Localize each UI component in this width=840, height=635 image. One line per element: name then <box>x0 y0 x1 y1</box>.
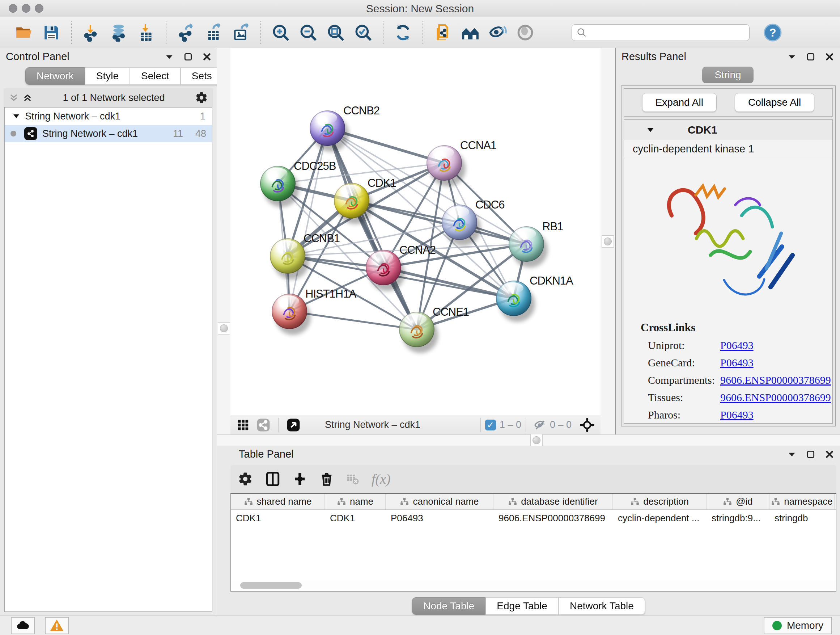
column-header-description[interactable]: description <box>613 494 706 509</box>
right-splitter[interactable] <box>600 48 615 434</box>
import-network-database-button[interactable] <box>109 22 129 43</box>
column-header-shared-name[interactable]: shared name <box>231 494 325 509</box>
home-button[interactable] <box>460 22 480 43</box>
clone-network-button[interactable] <box>433 22 453 43</box>
table-row[interactable]: CDK1CDK1P064939606.ENSP00000378699cyclin… <box>231 510 836 526</box>
close-panel-icon[interactable] <box>825 52 834 62</box>
import-table-button[interactable] <box>136 22 156 43</box>
edge-ccnb2-ccna1[interactable] <box>327 128 444 163</box>
column-header-canonical-name[interactable]: canonical name <box>386 494 493 509</box>
birdseye-view-icon[interactable] <box>579 417 595 432</box>
svg-text:?: ? <box>769 27 776 39</box>
refresh-network-button[interactable] <box>393 22 413 43</box>
network-options-gear-icon[interactable] <box>195 91 208 104</box>
maximize-panel-icon[interactable] <box>806 450 815 459</box>
network-node-ccnb2[interactable] <box>309 111 345 146</box>
expand-all-button[interactable]: Expand All <box>642 93 717 112</box>
network-node-cdkn1a[interactable] <box>496 280 531 316</box>
network-share-view-icon[interactable] <box>256 418 270 432</box>
crosslink-link[interactable]: P06493 <box>720 409 753 421</box>
tab-select[interactable]: Select <box>130 67 180 85</box>
tab-string[interactable]: String <box>702 67 753 83</box>
zoom-selected-button[interactable] <box>353 22 373 43</box>
hidden-eye-icon[interactable] <box>534 419 546 431</box>
column-header-namespace[interactable]: namespace <box>769 494 835 509</box>
show-hide-graphics-details-button[interactable] <box>488 22 508 43</box>
crosslink-link[interactable]: 9606.ENSP00000378699 <box>720 374 831 386</box>
horizontal-splitter-handle[interactable] <box>531 434 543 447</box>
tab-style[interactable]: Style <box>85 67 130 85</box>
network-canvas[interactable]: CCNB2CCNA1CDC25BCDK1CDC6RB1CCNB1CCNA2CDK… <box>231 48 600 415</box>
scrollbar-thumb[interactable] <box>240 582 302 589</box>
open-in-new-window-icon[interactable] <box>286 418 300 432</box>
memory-button[interactable]: Memory <box>764 617 832 634</box>
close-panel-icon[interactable] <box>202 52 212 62</box>
column-header-name[interactable]: name <box>325 494 386 509</box>
table-options-gear-icon[interactable] <box>238 471 253 486</box>
edge-ccnb2-hist1h1a[interactable] <box>289 128 327 311</box>
string-results-box: Expand All Collapse All CDK1 cyclin-depe… <box>621 86 836 426</box>
open-session-button[interactable] <box>14 22 34 43</box>
tab-network[interactable]: Network <box>25 67 85 85</box>
crosslink-link[interactable]: P06493 <box>720 339 753 352</box>
export-table-button[interactable] <box>203 22 224 43</box>
collection-expand-arrow-icon[interactable] <box>12 112 21 120</box>
network-collection-row[interactable]: String Network – cdk1 1 <box>5 108 212 125</box>
network-node-cdk1[interactable] <box>334 183 369 218</box>
crosslink-link[interactable]: 9606.ENSP00000378699 <box>720 391 831 404</box>
collapse-all-icon[interactable] <box>9 93 19 103</box>
save-session-button[interactable] <box>41 22 62 43</box>
delete-column-icon[interactable] <box>319 472 334 486</box>
gene-collapse-arrow-icon[interactable] <box>646 125 655 135</box>
tab-edge-table[interactable]: Edge Table <box>485 597 559 615</box>
zoom-in-button[interactable] <box>271 22 291 43</box>
edge-hist1h1a-ccne1[interactable] <box>289 311 417 329</box>
network-node-ccna2[interactable] <box>366 250 401 285</box>
float-panel-icon[interactable] <box>164 52 174 62</box>
function-builder-icon[interactable]: f(x) <box>371 471 391 487</box>
expand-all-icon[interactable] <box>22 93 33 103</box>
float-panel-icon[interactable] <box>787 52 797 62</box>
tab-node-table[interactable]: Node Table <box>412 597 485 615</box>
close-panel-icon[interactable] <box>825 450 834 459</box>
maximize-panel-icon[interactable] <box>806 52 815 62</box>
network-node-ccnb1[interactable] <box>270 238 305 274</box>
table-tabs: Node TableEdge TableNetwork Table <box>412 597 645 615</box>
warnings-button[interactable] <box>45 617 69 634</box>
network-node-ccna1[interactable] <box>426 145 462 181</box>
selected-checkbox-icon[interactable]: ✓ <box>485 420 496 431</box>
left-splitter[interactable] <box>217 48 231 434</box>
collapse-all-button[interactable]: Collapse All <box>735 93 814 112</box>
delete-table-icon[interactable] <box>346 472 359 486</box>
network-row[interactable]: String Network – cdk1 11 48 <box>5 125 212 142</box>
float-panel-icon[interactable] <box>787 450 797 459</box>
show-columns-icon[interactable] <box>265 471 280 486</box>
column-header--id[interactable]: @id <box>706 494 769 509</box>
node-label-cdc25b: CDC25B <box>294 160 336 173</box>
zoom-fit-button[interactable] <box>325 22 346 43</box>
search-input[interactable] <box>572 24 750 41</box>
maximize-panel-icon[interactable] <box>183 52 193 62</box>
zoom-out-button[interactable] <box>298 22 318 43</box>
import-network-file-button[interactable] <box>81 22 101 43</box>
cloud-status-button[interactable] <box>11 617 35 634</box>
right-splitter-handle[interactable] <box>602 235 614 248</box>
network-node-ccne1[interactable] <box>399 312 434 347</box>
table-horizontal-scrollbar[interactable] <box>232 581 835 590</box>
export-network-button[interactable] <box>176 22 196 43</box>
help-button[interactable]: ? <box>763 22 783 43</box>
network-node-hist1h1a[interactable] <box>272 294 307 329</box>
export-image-button[interactable] <box>231 22 251 43</box>
network-node-cdc25b[interactable] <box>260 166 295 201</box>
network-selected-status: 1 of 1 Network selected <box>33 92 195 103</box>
left-splitter-handle[interactable] <box>218 322 230 334</box>
column-header-database-identifier[interactable]: database identifier <box>493 494 613 509</box>
add-column-icon[interactable] <box>293 472 307 486</box>
network-node-rb1[interactable] <box>508 226 544 262</box>
crosslink-link[interactable]: P06493 <box>720 356 753 369</box>
tab-network-table[interactable]: Network Table <box>559 597 645 615</box>
horizontal-splitter[interactable] <box>217 434 840 446</box>
grid-view-icon[interactable] <box>237 419 249 431</box>
network-node-cdc6[interactable] <box>442 204 477 240</box>
presentation-button[interactable] <box>515 22 535 43</box>
